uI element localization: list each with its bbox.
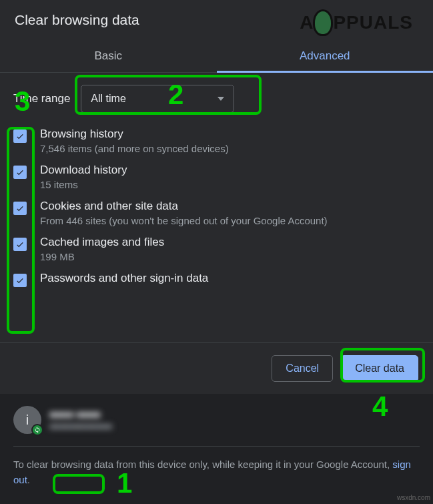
checkbox-passwords[interactable]: [13, 274, 27, 287]
watermark: wsxdn.com: [397, 494, 430, 501]
time-range-value: All time: [91, 93, 125, 105]
item-title: Browsing history: [40, 128, 229, 141]
avatar: i: [13, 406, 41, 434]
item-sub: 15 items: [40, 179, 127, 190]
signout-note: To clear browsing data from this device …: [13, 447, 420, 498]
appuals-logo: A PPUALS: [300, 9, 413, 36]
cancel-button[interactable]: Cancel: [272, 355, 333, 382]
sync-icon: [31, 424, 43, 436]
tabs: Basic Advanced: [0, 41, 433, 73]
tab-basic[interactable]: Basic: [0, 41, 217, 72]
chevron-down-icon: [218, 97, 224, 101]
item-cookies[interactable]: Cookies and other site data From 446 sit…: [13, 200, 420, 226]
item-title: Download history: [40, 164, 127, 177]
check-icon: [15, 168, 25, 177]
checkbox-cache[interactable]: [13, 238, 27, 251]
item-cache[interactable]: Cached images and files 199 MB: [13, 236, 420, 262]
item-title: Passwords and other sign-in data: [40, 272, 208, 285]
check-icon: [15, 204, 25, 213]
item-sub: 199 MB: [40, 251, 164, 262]
checkbox-browsing-history[interactable]: [13, 130, 27, 143]
check-icon: [15, 132, 25, 141]
account-info: ■■■■ ■■■■ ■■■■■■■■■■■■: [49, 409, 112, 431]
checkbox-download-history[interactable]: [13, 166, 27, 179]
clear-data-button[interactable]: Clear data: [341, 355, 418, 382]
tab-advanced[interactable]: Advanced: [217, 41, 434, 72]
item-passwords[interactable]: Passwords and other sign-in data: [13, 272, 420, 287]
check-icon: [15, 240, 25, 249]
checkbox-cookies[interactable]: [13, 202, 27, 215]
item-browsing-history[interactable]: Browsing history 7,546 items (and more o…: [13, 128, 420, 154]
item-sub: From 446 sites (you won't be signed out …: [40, 215, 328, 226]
time-range-label: Time range: [13, 92, 70, 105]
time-range-dropdown[interactable]: All time: [81, 85, 234, 113]
avatar-letter: i: [26, 413, 29, 428]
account-row[interactable]: i ■■■■ ■■■■ ■■■■■■■■■■■■: [13, 394, 420, 447]
item-sub: 7,546 items (and more on synced devices): [40, 143, 229, 154]
check-icon: [15, 276, 25, 285]
item-title: Cookies and other site data: [40, 200, 328, 213]
item-download-history[interactable]: Download history 15 items: [13, 164, 420, 190]
item-title: Cached images and files: [40, 236, 164, 249]
